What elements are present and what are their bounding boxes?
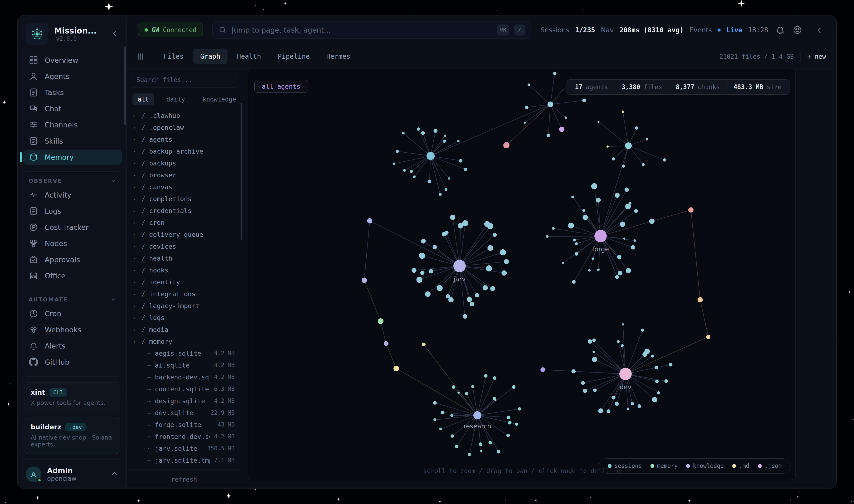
tree-file-jarv.sqlite.tmp-[interactable]: ~jarv.sqlite.tmp…7.1 MB <box>131 454 238 466</box>
app-logo-icon[interactable] <box>26 22 49 46</box>
chevron-right-icon: ▸ <box>131 137 138 142</box>
section-header-observe[interactable]: OBSERVE <box>29 178 116 184</box>
tree-file-jarv.sqlite[interactable]: ~jarv.sqlite350.5 MB <box>131 443 238 454</box>
filter-chip-knowledge[interactable]: knowledge <box>197 93 241 105</box>
chevron-down-icon <box>110 296 116 303</box>
refresh-button[interactable]: refresh <box>130 469 238 484</box>
tree-file-forge.sqlite[interactable]: ~forge.sqlite43 MB <box>131 419 238 431</box>
chat-icon <box>29 104 38 114</box>
tree-folder-legacy-import[interactable]: ▸/legacy-import <box>131 300 238 312</box>
global-search[interactable]: ⌘K / <box>212 21 531 39</box>
tab-graph[interactable]: Graph <box>193 49 227 64</box>
sidebar-scrollbar[interactable] <box>124 46 126 125</box>
tree-folder-integrations[interactable]: ▸/integrations <box>131 288 238 300</box>
promo-card-xint[interactable]: xint CLI X power tools for agents. <box>24 382 120 412</box>
tree-folder-devices[interactable]: ▸/devices <box>131 240 238 252</box>
folder-name: browser <box>149 172 176 179</box>
sidebar-item-cost-tracker[interactable]: Cost Tracker <box>23 220 122 235</box>
sidebar-item-chat[interactable]: Chat <box>23 101 122 116</box>
tree-folder-logs[interactable]: ▸/logs <box>131 312 238 324</box>
section-title: OBSERVE <box>29 178 62 184</box>
tree-folder-backup-archive[interactable]: ▸/backup-archive <box>131 145 238 157</box>
tree-file-ai.sqlite[interactable]: ~ai.sqlite4.2 MB <box>131 359 238 371</box>
sidebar-item-office[interactable]: Office <box>23 268 122 283</box>
new-file-button[interactable]: + new <box>807 53 826 60</box>
sidebar-item-nodes[interactable]: Nodes <box>23 236 122 251</box>
live-label[interactable]: Live <box>726 26 742 34</box>
tree-folder-credentials[interactable]: ▸/credentials <box>131 205 238 217</box>
file-tree-scrollbar[interactable] <box>241 103 242 240</box>
sidebar-item-cron[interactable]: Cron <box>23 306 122 321</box>
tab-health[interactable]: Health <box>230 49 268 64</box>
sidebar-item-memory[interactable]: Memory <box>23 149 122 165</box>
chevron-right-icon: ▸ <box>131 208 138 213</box>
chevron-right-icon: ▸ <box>131 172 138 178</box>
svg-text:forge: forge <box>592 245 609 253</box>
filter-chip-daily[interactable]: daily <box>161 93 190 105</box>
tree-folder-delivery-queue[interactable]: ▸/delivery-queue <box>131 229 238 240</box>
sidebar-item-agents[interactable]: Agents <box>23 69 122 84</box>
graph-stat-agents: 17agents <box>568 83 615 91</box>
sidebar-item-alerts[interactable]: Alerts <box>23 338 122 354</box>
graph-panel: jarvforgedevresearch all agents 17agents… <box>243 69 836 488</box>
tree-folder-hooks[interactable]: ▸/hooks <box>131 264 238 276</box>
tree-folder-agents[interactable]: ▸/agents <box>131 133 238 145</box>
sidebar-collapse-icon[interactable] <box>110 29 119 39</box>
hub-cluster-6 <box>547 102 553 107</box>
path-slash: / <box>142 148 145 155</box>
tree-file-dev.sqlite[interactable]: ~dev.sqlite22.9 MB <box>131 407 238 419</box>
tree-folder-.clawhub[interactable]: ▸/.clawhub <box>131 110 238 122</box>
folder-name: delivery-queue <box>149 231 203 238</box>
tree-folder-backups[interactable]: ▸/backups <box>131 157 238 169</box>
notifications-bell-icon[interactable] <box>775 25 785 35</box>
global-search-input[interactable] <box>232 26 492 34</box>
tree-file-design.sqlite[interactable]: ~design.sqlite4.2 MB <box>131 395 238 407</box>
tree-folder-identity[interactable]: ▸/identity <box>131 276 238 288</box>
view-tabs: FilesGraphHealthPipelineHermes <box>157 49 358 64</box>
tree-folder-completions[interactable]: ▸/completions <box>131 193 238 205</box>
main-area: GW Connected ⌘K / Sessions 1/235 Nav 208… <box>127 16 836 488</box>
drag-handle-icon[interactable] <box>136 52 146 61</box>
file-search[interactable] <box>131 72 238 88</box>
panel-collapse-icon[interactable] <box>815 26 824 36</box>
tree-folder-browser[interactable]: ▸/browser <box>131 169 238 181</box>
user-menu[interactable]: A Admin openclaw <box>24 460 120 486</box>
sidebar-item-webhooks[interactable]: Webhooks <box>23 322 122 337</box>
tree-file-content.sqlite[interactable]: ~content.sqlite6.3 MB <box>131 383 238 395</box>
sidebar-item-channels[interactable]: Channels <box>23 117 122 132</box>
tab-files[interactable]: Files <box>157 49 191 64</box>
filter-chip-all[interactable]: all <box>132 93 154 105</box>
memory-graph[interactable]: jarvforgedevresearch <box>248 69 796 480</box>
tree-folder-memory-expanded[interactable]: ▾/memory <box>131 336 238 347</box>
promo-card-builderz[interactable]: builderz .dev AI-native dev shop · Solan… <box>24 417 120 454</box>
tree-folder-media[interactable]: ▸/media <box>131 324 238 336</box>
sidebar-item-activity[interactable]: Activity <box>23 187 122 202</box>
webhook-icon <box>29 325 38 335</box>
chevron-up-icon[interactable] <box>110 470 119 479</box>
legend-item-knowledge: knowledge <box>686 463 724 469</box>
file-search-input[interactable] <box>137 76 233 84</box>
tree-folder-canvas[interactable]: ▸/canvas <box>131 181 238 193</box>
agents-filter-badge[interactable]: all agents <box>254 80 308 93</box>
tree-file-aegis.sqlite[interactable]: ~aegis.sqlite4.2 MB <box>131 347 238 359</box>
section-header-automate[interactable]: AUTOMATE <box>29 296 116 303</box>
sidebar-item-overview[interactable]: Overview <box>23 53 122 68</box>
sidebar-item-tasks[interactable]: Tasks <box>23 85 122 100</box>
sidebar-item-skills[interactable]: Skills <box>23 133 122 149</box>
folder-name: media <box>149 326 168 333</box>
sidebar-item-logs[interactable]: Logs <box>23 203 122 219</box>
tree-folder-.openclaw[interactable]: ▸/.openclaw <box>131 122 238 133</box>
sidebar-item-approvals[interactable]: Approvals <box>23 252 122 267</box>
tab-pipeline[interactable]: Pipeline <box>271 49 317 64</box>
tree-file-backend-dev.sql-[interactable]: ~backend-dev.sql…4.2 MB <box>131 371 238 383</box>
file-size: 22.9 MB <box>211 409 238 416</box>
sidebar-item-github[interactable]: GitHub <box>23 355 122 370</box>
tree-file-frontend-dev.sq-[interactable]: ~frontend-dev.sq…4.2 MB <box>131 431 238 443</box>
tree-folder-health[interactable]: ▸/health <box>131 252 238 264</box>
tree-folder-cron[interactable]: ▸/cron <box>131 217 238 229</box>
gateway-status-badge[interactable]: GW Connected <box>138 22 203 37</box>
tab-hermes[interactable]: Hermes <box>319 49 358 64</box>
memory-graph-canvas[interactable]: jarvforgedevresearch all agents 17agents… <box>248 69 796 480</box>
folder-name: cron <box>149 219 165 226</box>
smiley-icon[interactable] <box>793 25 802 35</box>
